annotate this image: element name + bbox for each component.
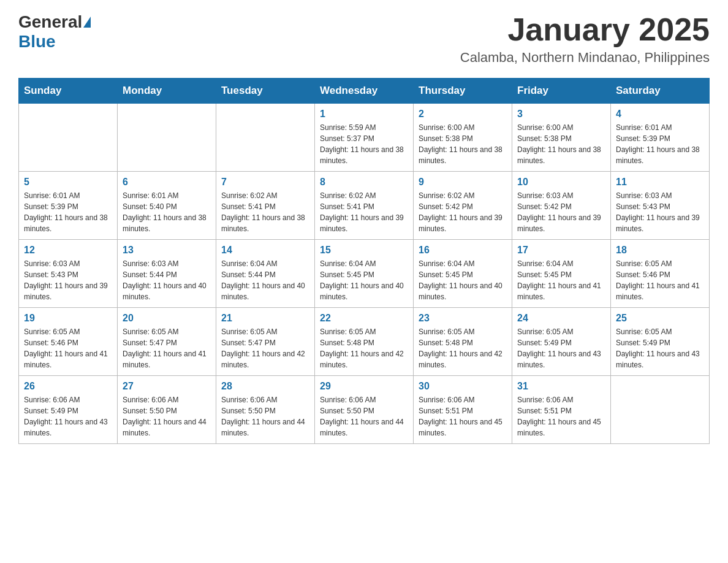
day-number: 25	[616, 313, 704, 324]
logo-triangle-icon	[83, 17, 91, 28]
calendar-cell: 23Sunrise: 6:05 AMSunset: 5:48 PMDayligh…	[414, 308, 512, 376]
day-number: 1	[320, 109, 408, 120]
calendar-cell: 7Sunrise: 6:02 AMSunset: 5:41 PMDaylight…	[216, 172, 315, 240]
day-number: 5	[24, 177, 112, 188]
calendar-cell: 10Sunrise: 6:03 AMSunset: 5:42 PMDayligh…	[512, 172, 611, 240]
calendar-cell: 26Sunrise: 6:06 AMSunset: 5:49 PMDayligh…	[19, 376, 118, 444]
logo-general-text: General	[18, 12, 82, 32]
calendar-cell: 9Sunrise: 6:02 AMSunset: 5:42 PMDaylight…	[414, 172, 512, 240]
day-number: 3	[517, 109, 605, 120]
calendar-cell	[19, 104, 118, 172]
calendar-cell: 13Sunrise: 6:03 AMSunset: 5:44 PMDayligh…	[118, 240, 216, 308]
day-info: Sunrise: 6:06 AMSunset: 5:50 PMDaylight:…	[221, 394, 309, 439]
day-number: 16	[419, 245, 507, 256]
header: General Blue January 2025 Calamba, North…	[18, 12, 710, 66]
day-info: Sunrise: 6:01 AMSunset: 5:39 PMDaylight:…	[616, 122, 704, 166]
calendar-cell: 4Sunrise: 6:01 AMSunset: 5:39 PMDaylight…	[611, 104, 710, 172]
day-number: 24	[517, 313, 605, 324]
day-number: 7	[221, 177, 309, 188]
title-area: January 2025 Calamba, Northern Mindanao,…	[460, 12, 710, 66]
day-info: Sunrise: 6:06 AMSunset: 5:51 PMDaylight:…	[517, 394, 605, 439]
day-info: Sunrise: 6:04 AMSunset: 5:45 PMDaylight:…	[517, 258, 605, 302]
weekday-header-saturday: Saturday	[611, 79, 710, 104]
day-number: 22	[320, 313, 408, 324]
calendar-cell: 27Sunrise: 6:06 AMSunset: 5:50 PMDayligh…	[118, 376, 216, 444]
day-info: Sunrise: 6:04 AMSunset: 5:44 PMDaylight:…	[221, 258, 309, 302]
day-info: Sunrise: 6:02 AMSunset: 5:41 PMDaylight:…	[320, 190, 408, 234]
day-info: Sunrise: 6:02 AMSunset: 5:42 PMDaylight:…	[419, 190, 507, 234]
day-info: Sunrise: 6:05 AMSunset: 5:46 PMDaylight:…	[616, 258, 704, 302]
day-number: 29	[320, 381, 408, 392]
calendar-cell: 18Sunrise: 6:05 AMSunset: 5:46 PMDayligh…	[611, 240, 710, 308]
location-subtitle: Calamba, Northern Mindanao, Philippines	[460, 50, 710, 66]
day-number: 17	[517, 245, 605, 256]
calendar-cell	[118, 104, 216, 172]
day-info: Sunrise: 6:05 AMSunset: 5:48 PMDaylight:…	[419, 326, 507, 370]
logo-blue-text: Blue	[18, 32, 56, 51]
weekday-header-thursday: Thursday	[414, 79, 512, 104]
day-info: Sunrise: 6:03 AMSunset: 5:44 PMDaylight:…	[123, 258, 211, 302]
day-info: Sunrise: 6:04 AMSunset: 5:45 PMDaylight:…	[419, 258, 507, 302]
month-title: January 2025	[460, 12, 710, 47]
day-number: 2	[419, 109, 507, 120]
calendar-cell: 15Sunrise: 6:04 AMSunset: 5:45 PMDayligh…	[315, 240, 414, 308]
day-info: Sunrise: 6:00 AMSunset: 5:38 PMDaylight:…	[517, 122, 605, 166]
calendar-cell: 20Sunrise: 6:05 AMSunset: 5:47 PMDayligh…	[118, 308, 216, 376]
day-number: 9	[419, 177, 507, 188]
day-info: Sunrise: 6:06 AMSunset: 5:49 PMDaylight:…	[24, 394, 112, 439]
calendar-cell: 2Sunrise: 6:00 AMSunset: 5:38 PMDaylight…	[414, 104, 512, 172]
day-info: Sunrise: 6:01 AMSunset: 5:40 PMDaylight:…	[123, 190, 211, 234]
calendar-week-row: 26Sunrise: 6:06 AMSunset: 5:49 PMDayligh…	[19, 376, 710, 444]
calendar-cell: 14Sunrise: 6:04 AMSunset: 5:44 PMDayligh…	[216, 240, 315, 308]
day-info: Sunrise: 6:06 AMSunset: 5:51 PMDaylight:…	[419, 394, 507, 439]
day-info: Sunrise: 6:03 AMSunset: 5:43 PMDaylight:…	[24, 258, 112, 302]
calendar-cell: 12Sunrise: 6:03 AMSunset: 5:43 PMDayligh…	[19, 240, 118, 308]
day-number: 31	[517, 381, 605, 392]
calendar-cell: 30Sunrise: 6:06 AMSunset: 5:51 PMDayligh…	[414, 376, 512, 444]
day-number: 26	[24, 381, 112, 392]
calendar-cell: 16Sunrise: 6:04 AMSunset: 5:45 PMDayligh…	[414, 240, 512, 308]
calendar-cell: 28Sunrise: 6:06 AMSunset: 5:50 PMDayligh…	[216, 376, 315, 444]
day-info: Sunrise: 6:03 AMSunset: 5:43 PMDaylight:…	[616, 190, 704, 234]
weekday-header-row: SundayMondayTuesdayWednesdayThursdayFrid…	[19, 79, 710, 104]
day-info: Sunrise: 6:05 AMSunset: 5:46 PMDaylight:…	[24, 326, 112, 370]
calendar-cell: 17Sunrise: 6:04 AMSunset: 5:45 PMDayligh…	[512, 240, 611, 308]
day-number: 13	[123, 245, 211, 256]
day-number: 14	[221, 245, 309, 256]
day-number: 19	[24, 313, 112, 324]
day-number: 20	[123, 313, 211, 324]
logo: General Blue	[18, 12, 92, 52]
calendar-cell: 22Sunrise: 6:05 AMSunset: 5:48 PMDayligh…	[315, 308, 414, 376]
calendar-cell	[216, 104, 315, 172]
day-info: Sunrise: 6:01 AMSunset: 5:39 PMDaylight:…	[24, 190, 112, 234]
day-info: Sunrise: 6:02 AMSunset: 5:41 PMDaylight:…	[221, 190, 309, 234]
calendar-cell: 6Sunrise: 6:01 AMSunset: 5:40 PMDaylight…	[118, 172, 216, 240]
day-number: 21	[221, 313, 309, 324]
day-number: 11	[616, 177, 704, 188]
weekday-header-monday: Monday	[118, 79, 216, 104]
day-number: 6	[123, 177, 211, 188]
day-number: 18	[616, 245, 704, 256]
calendar-cell: 5Sunrise: 6:01 AMSunset: 5:39 PMDaylight…	[19, 172, 118, 240]
day-number: 28	[221, 381, 309, 392]
day-number: 8	[320, 177, 408, 188]
day-number: 4	[616, 109, 704, 120]
calendar-cell: 21Sunrise: 6:05 AMSunset: 5:47 PMDayligh…	[216, 308, 315, 376]
day-info: Sunrise: 6:05 AMSunset: 5:49 PMDaylight:…	[616, 326, 704, 370]
weekday-header-tuesday: Tuesday	[216, 79, 315, 104]
day-info: Sunrise: 6:05 AMSunset: 5:47 PMDaylight:…	[123, 326, 211, 370]
day-info: Sunrise: 6:05 AMSunset: 5:47 PMDaylight:…	[221, 326, 309, 370]
calendar-week-row: 19Sunrise: 6:05 AMSunset: 5:46 PMDayligh…	[19, 308, 710, 376]
day-info: Sunrise: 6:04 AMSunset: 5:45 PMDaylight:…	[320, 258, 408, 302]
calendar-cell: 1Sunrise: 5:59 AMSunset: 5:37 PMDaylight…	[315, 104, 414, 172]
day-info: Sunrise: 6:06 AMSunset: 5:50 PMDaylight:…	[320, 394, 408, 439]
day-info: Sunrise: 6:03 AMSunset: 5:42 PMDaylight:…	[517, 190, 605, 234]
day-number: 30	[419, 381, 507, 392]
calendar-cell: 25Sunrise: 6:05 AMSunset: 5:49 PMDayligh…	[611, 308, 710, 376]
day-number: 12	[24, 245, 112, 256]
calendar-cell: 8Sunrise: 6:02 AMSunset: 5:41 PMDaylight…	[315, 172, 414, 240]
calendar-table: SundayMondayTuesdayWednesdayThursdayFrid…	[18, 78, 710, 444]
day-info: Sunrise: 6:05 AMSunset: 5:48 PMDaylight:…	[320, 326, 408, 370]
day-info: Sunrise: 5:59 AMSunset: 5:37 PMDaylight:…	[320, 122, 408, 166]
day-number: 10	[517, 177, 605, 188]
